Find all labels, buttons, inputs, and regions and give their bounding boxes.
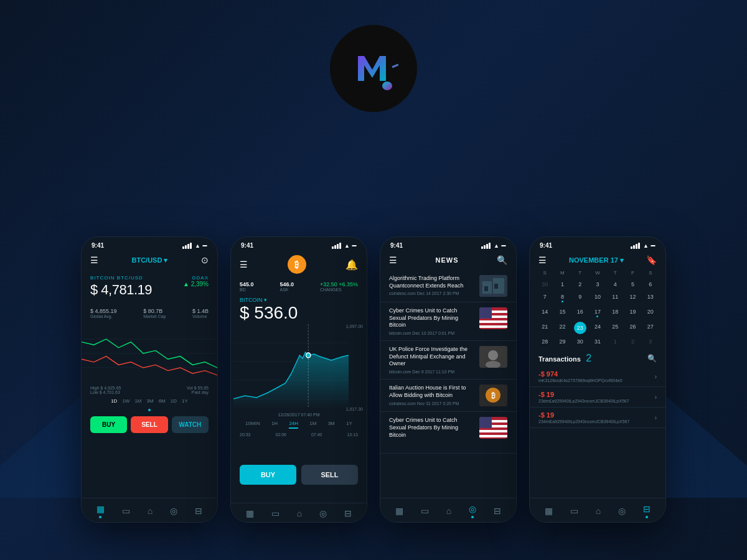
nav4-home-icon[interactable]: ⌂: [596, 506, 601, 516]
cal-day-28[interactable]: 28: [536, 337, 553, 347]
cal-day-31[interactable]: 31: [589, 337, 606, 347]
nav-chart-icon[interactable]: ▦: [96, 503, 105, 518]
phone1-pair-title[interactable]: BTC/USD ▾: [132, 256, 168, 264]
watch-button[interactable]: WATCH: [172, 416, 209, 433]
nav-globe-icon[interactable]: ◎: [170, 506, 177, 516]
nav3-monitor-icon[interactable]: ▭: [421, 506, 429, 516]
phone4-bookmark-icon[interactable]: 🔖: [646, 255, 657, 265]
tf-1m[interactable]: 1M: [309, 421, 316, 429]
phone2-sell-button[interactable]: SELL: [301, 465, 358, 485]
cal-day-11[interactable]: 11: [606, 292, 624, 304]
cal-day-29[interactable]: 29: [553, 337, 571, 347]
cal-day-21[interactable]: 21: [536, 322, 553, 334]
nav-home-icon[interactable]: ⌂: [148, 506, 153, 516]
cal-day-27[interactable]: 27: [642, 322, 659, 334]
cal-day-30b[interactable]: 30: [571, 337, 589, 347]
phone2-price-section: BITCOIN ▾ $ 536.0: [231, 294, 367, 324]
user-icon[interactable]: ⊙: [201, 255, 209, 265]
tb-3m[interactable]: 3M: [147, 398, 154, 404]
nav2-calendar-icon[interactable]: ⊟: [344, 508, 352, 518]
nav4-globe-icon[interactable]: ◎: [618, 506, 626, 516]
tb-1y[interactable]: 1Y: [182, 398, 188, 404]
hamburger-icon[interactable]: ☰: [90, 255, 98, 265]
phone2-bell-icon[interactable]: 🔔: [345, 259, 358, 271]
tb-1d[interactable]: 1D: [111, 398, 117, 404]
cal-day-7[interactable]: 7: [536, 292, 553, 304]
signal-bar-3: [337, 244, 339, 249]
cal-day-15[interactable]: 15: [553, 307, 571, 319]
phone3-title: NEWS: [436, 256, 459, 264]
cal-day-14[interactable]: 14: [536, 307, 553, 319]
tf-1y[interactable]: 1Y: [346, 421, 352, 429]
cal-day-17-wrapper[interactable]: 17: [589, 307, 606, 319]
cal-day-10[interactable]: 10: [589, 292, 606, 304]
tb-6m[interactable]: 6M: [159, 398, 166, 404]
news-item-2[interactable]: Cyber Crimes Unit to Catch Sexual Predat…: [380, 302, 516, 341]
tf-10min[interactable]: 10MIN: [245, 421, 260, 429]
phone2-hamburger-icon[interactable]: ☰: [240, 259, 248, 269]
nav2-chart-icon[interactable]: ▦: [246, 508, 254, 518]
signal-bar-1: [182, 246, 184, 249]
cal-day-1b[interactable]: 1: [606, 337, 624, 347]
news-item-1[interactable]: Algorithmic Trading Platform Quantconnec…: [380, 270, 516, 302]
cal-day-26[interactable]: 26: [624, 322, 641, 334]
buy-button[interactable]: BUY: [90, 416, 127, 433]
phone4-hamburger-icon[interactable]: ☰: [538, 255, 547, 265]
cal-day-3b[interactable]: 3: [642, 337, 659, 347]
cal-day-13[interactable]: 13: [642, 292, 659, 304]
sell-button[interactable]: SELL: [131, 416, 167, 433]
nav-monitor-icon[interactable]: ▭: [122, 506, 130, 516]
battery-icon: [352, 245, 357, 246]
tf-24h[interactable]: 24H: [289, 421, 298, 429]
news-item-3[interactable]: UK Police Force Investigate the Defunct …: [380, 341, 516, 380]
tb-1w[interactable]: 1W: [122, 398, 129, 404]
tf-3m[interactable]: 3M: [328, 421, 335, 429]
cal-day-18[interactable]: 18: [606, 307, 624, 319]
cal-day-9[interactable]: 9: [571, 292, 589, 304]
transaction-item-2[interactable]: -$ 19 23dm£a929940tLp2943ncxmJCB3940tLpX…: [530, 387, 665, 408]
news-item-4[interactable]: Italian Auction House is First to Allow …: [380, 380, 516, 412]
tf-1h[interactable]: 1H: [271, 421, 278, 429]
nav-calendar-icon[interactable]: ⊟: [195, 506, 202, 516]
trans2-arrow-icon: ›: [655, 394, 657, 401]
nav3-chart-icon[interactable]: ▦: [395, 506, 403, 516]
news-headline-1: Algorithmic Trading Platform Quantconnec…: [389, 275, 474, 289]
cal-day-20[interactable]: 20: [642, 307, 659, 319]
nav2-monitor-icon[interactable]: ▭: [271, 508, 280, 518]
cal-day-2b[interactable]: 2: [624, 337, 641, 347]
nav3-home-icon[interactable]: ⌂: [446, 506, 451, 516]
cal-day-4[interactable]: 4: [606, 279, 624, 289]
tb-1d2[interactable]: 1D: [171, 398, 177, 404]
cal-day-16[interactable]: 16: [571, 307, 589, 319]
transaction-item-1[interactable]: -$ 974 mK3128xnjK4s2737989vq8HOPQcvf834e…: [530, 366, 665, 387]
cal-day-22[interactable]: 22: [553, 322, 571, 334]
cal-day-5[interactable]: 5: [624, 279, 641, 289]
nav3-calendar-icon[interactable]: ⊟: [494, 506, 501, 516]
phone3-search-icon[interactable]: 🔍: [497, 255, 507, 265]
nav4-calendar-section[interactable]: ⊟: [643, 503, 651, 518]
cal-day-3[interactable]: 3: [589, 279, 606, 289]
cal-day-6[interactable]: 6: [642, 279, 659, 289]
cal-day-23-active[interactable]: 23: [574, 322, 586, 334]
cal-day-25[interactable]: 25: [606, 322, 624, 334]
nav4-chart-icon[interactable]: ▦: [545, 506, 553, 516]
cal-day-2[interactable]: 2: [571, 279, 589, 289]
nav3-globe-section[interactable]: ◎: [469, 503, 476, 518]
cal-day-30[interactable]: 30: [536, 279, 553, 289]
phone1-chart: [82, 322, 217, 385]
cal-day-1[interactable]: 1: [553, 279, 571, 289]
nav2-globe-icon[interactable]: ◎: [319, 508, 327, 518]
nav4-monitor-icon[interactable]: ▭: [570, 506, 578, 516]
cal-day-19[interactable]: 19: [624, 307, 641, 319]
cal-day-12[interactable]: 12: [624, 292, 641, 304]
news-item-5[interactable]: Cyber Crimes Unit to Catch Sexual Predat…: [380, 412, 516, 454]
cal-day-8-wrapper[interactable]: 8: [553, 292, 571, 304]
trans-search-icon[interactable]: 🔍: [647, 354, 657, 363]
phone4-month-title[interactable]: NOVEMBER 17 ▾: [569, 256, 624, 264]
phone3-hamburger-icon[interactable]: ☰: [389, 255, 397, 265]
transaction-item-3[interactable]: -$ 19 234mEa929940tLp2943ncxmJCB3940tLpX…: [530, 408, 665, 428]
tb-1m[interactable]: 1M: [134, 398, 141, 404]
cal-day-24[interactable]: 24: [589, 322, 606, 334]
nav2-home-icon[interactable]: ⌂: [297, 508, 302, 518]
phone2-buy-button[interactable]: BUY: [240, 465, 296, 485]
